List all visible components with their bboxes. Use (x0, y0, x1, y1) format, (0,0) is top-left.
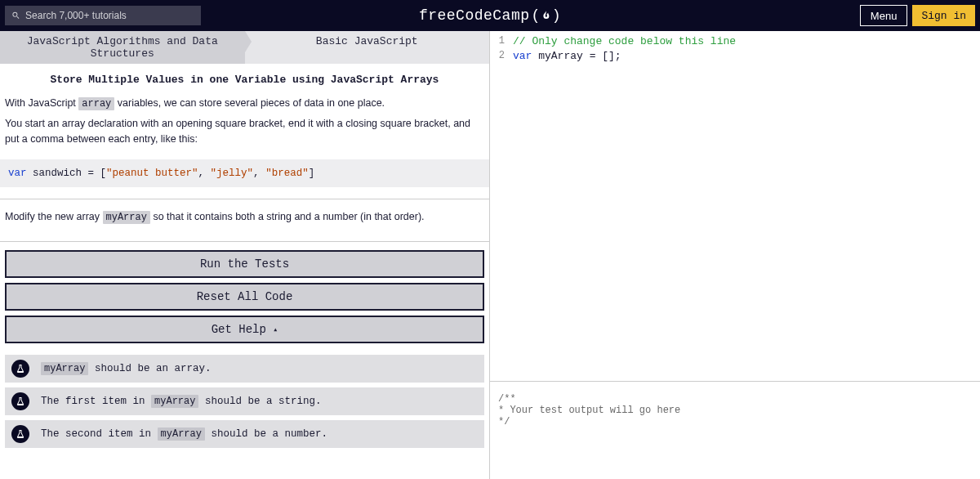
test-item: myArray should be an array. (5, 355, 484, 383)
inline-code-array: array (78, 97, 114, 110)
test-item: The second item in myArray should be a n… (5, 420, 484, 448)
challenge-description: With JavaScript array variables, we can … (0, 92, 489, 154)
flask-icon (11, 425, 29, 443)
site-logo[interactable]: freeCodeCamp () (419, 7, 561, 24)
reset-code-button[interactable]: Reset All Code (5, 283, 484, 311)
flame-icon: () (532, 7, 562, 24)
code-editor[interactable]: 1// Only change code below this line2var… (490, 31, 980, 381)
challenge-panel: JavaScript Algorithms and Data Structure… (0, 31, 490, 479)
breadcrumb-subsection[interactable]: Basic JavaScript (245, 31, 490, 64)
search-input[interactable] (25, 10, 194, 21)
desc-paragraph-2: You start an array declaration with an o… (5, 116, 484, 145)
line-code[interactable]: // Only change code below this line (513, 34, 980, 49)
topbar-right: Menu Sign in (860, 5, 975, 26)
line-number: 2 (490, 49, 513, 64)
search-icon (11, 11, 20, 20)
top-bar: freeCodeCamp () Menu Sign in (0, 0, 980, 31)
test-text: The second item in myArray should be a n… (41, 428, 327, 440)
search-container[interactable] (5, 6, 201, 25)
caret-up-icon: ▴ (273, 325, 278, 334)
desc-paragraph-1: With JavaScript array variables, we can … (5, 96, 484, 111)
console-output: /** * Your test output will go here */ (490, 381, 980, 479)
test-text: myArray should be an array. (41, 363, 211, 374)
editor-line[interactable]: 2var myArray = []; (490, 49, 980, 64)
editor-line[interactable]: 1// Only change code below this line (490, 34, 980, 49)
run-tests-button[interactable]: Run the Tests (5, 250, 484, 278)
action-buttons: Run the Tests Reset All Code Get Help ▴ (0, 250, 489, 343)
test-text: The first item in myArray should be a st… (41, 396, 321, 407)
breadcrumb: JavaScript Algorithms and Data Structure… (0, 31, 489, 64)
test-list: myArray should be an array.The first ite… (0, 348, 489, 459)
instructions: Modify the new array myArray so that it … (0, 208, 489, 233)
inline-code-myarray: myArray (103, 211, 150, 224)
divider (0, 199, 489, 199)
line-code[interactable]: var myArray = []; (513, 49, 980, 64)
main-split: JavaScript Algorithms and Data Structure… (0, 31, 980, 479)
breadcrumb-section[interactable]: JavaScript Algorithms and Data Structure… (0, 31, 245, 64)
line-number: 1 (490, 34, 513, 49)
signin-button[interactable]: Sign in (912, 5, 975, 26)
get-help-button[interactable]: Get Help ▴ (5, 316, 484, 343)
logo-text: freeCodeCamp (419, 7, 530, 24)
menu-button[interactable]: Menu (860, 5, 908, 26)
test-item: The first item in myArray should be a st… (5, 387, 484, 415)
example-code-block: var sandwich = ["peanut butter", "jelly"… (0, 159, 489, 187)
editor-panel: 1// Only change code below this line2var… (490, 31, 980, 479)
challenge-title: Store Multiple Values in one Variable us… (0, 64, 489, 92)
divider (0, 241, 489, 242)
flask-icon (11, 360, 29, 378)
flask-icon (11, 392, 29, 410)
